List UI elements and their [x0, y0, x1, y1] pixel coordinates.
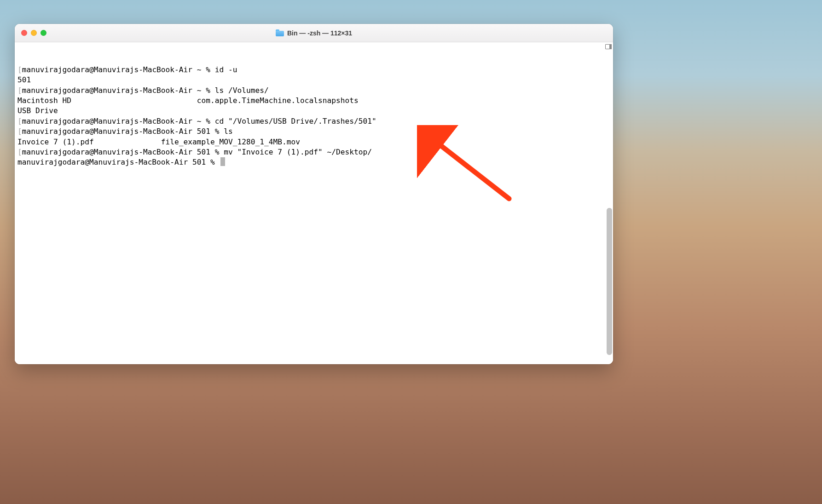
scrollbar-thumb[interactable] [607, 208, 612, 355]
terminal-line: USB Drive [17, 106, 610, 116]
zoom-window-button[interactable] [41, 30, 46, 36]
terminal-line: 501 [17, 75, 610, 85]
pane-toggle-icon[interactable] [605, 44, 612, 49]
close-window-button[interactable] [21, 30, 27, 36]
window-title: Bin — -zsh — 112×31 [287, 29, 352, 37]
terminal-line: Invoice 7 (1).pdf file_example_MOV_1280_… [17, 137, 610, 147]
scrollbar[interactable] [606, 42, 613, 364]
folder-icon [276, 29, 284, 36]
titlebar: Bin — -zsh — 112×31 [15, 24, 613, 42]
terminal-line: [manuvirajgodara@Manuvirajs-MacBook-Air … [17, 86, 610, 96]
terminal-line: [manuvirajgodara@Manuvirajs-MacBook-Air … [17, 116, 610, 126]
terminal-output[interactable]: [manuvirajgodara@Manuvirajs-MacBook-Air … [15, 42, 613, 364]
minimize-window-button[interactable] [31, 30, 37, 36]
terminal-line: Macintosh HD com.apple.TimeMachine.local… [17, 96, 610, 106]
terminal-line: manuvirajgodara@Manuvirajs-MacBook-Air 5… [17, 157, 610, 167]
terminal-line: [manuvirajgodara@Manuvirajs-MacBook-Air … [17, 126, 610, 137]
traffic-lights [15, 30, 46, 36]
terminal-cursor [220, 157, 225, 166]
terminal-window: Bin — -zsh — 112×31 [manuvirajgodara@Man… [15, 24, 613, 364]
terminal-line: [manuvirajgodara@Manuvirajs-MacBook-Air … [17, 147, 610, 157]
terminal-line: [manuvirajgodara@Manuvirajs-MacBook-Air … [17, 65, 610, 75]
window-title-wrap: Bin — -zsh — 112×31 [15, 24, 613, 42]
